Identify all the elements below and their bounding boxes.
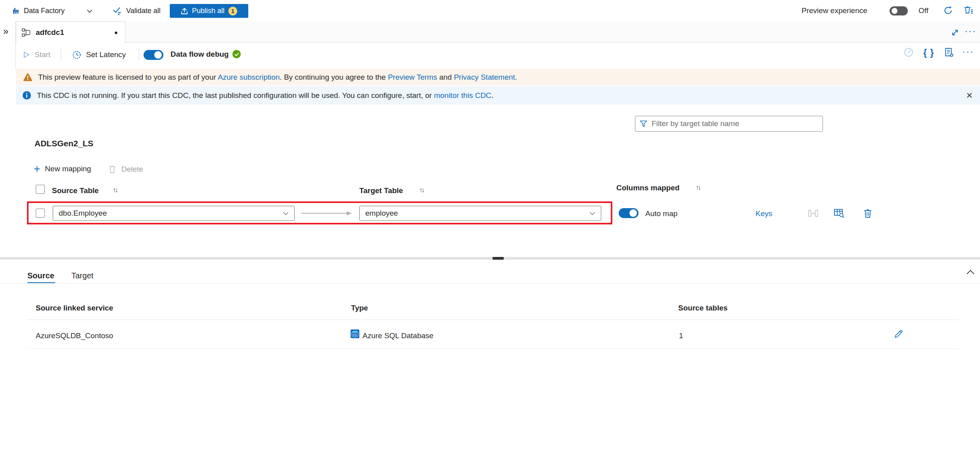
toggle-knob <box>154 51 162 59</box>
close-banner-icon[interactable]: ✕ <box>966 91 973 100</box>
col-target-table: Target Table <box>359 186 403 195</box>
source-table-value: dbo.Employee <box>59 209 107 218</box>
tab-target[interactable]: Target <box>71 271 94 280</box>
play-icon <box>23 51 30 59</box>
svg-text:SQL: SQL <box>352 333 357 337</box>
toolbar-more-actions-icon[interactable]: ··· <box>962 48 974 56</box>
edit-source-icon[interactable] <box>894 329 903 339</box>
settings-json-icon[interactable] <box>944 47 955 58</box>
col-columns-mapped: Columns mapped <box>616 184 679 192</box>
publish-all-button[interactable]: Publish all 1 <box>170 4 248 18</box>
cdc-resource-icon <box>21 28 31 37</box>
info-text-1: This CDC is not running. If you start th… <box>37 91 434 100</box>
warning-icon <box>23 73 33 82</box>
azure-subscription-link[interactable]: Azure subscription <box>218 73 280 81</box>
select-all-checkbox[interactable] <box>36 185 45 194</box>
tab-more-actions-icon[interactable]: ··· <box>965 27 976 35</box>
linked-service-name: ADLSGen2_LS <box>35 139 93 148</box>
expand-canvas-icon[interactable] <box>951 29 959 36</box>
preview-warning-banner: This preview feature is licensed to you … <box>16 69 980 85</box>
filter-target-table-box <box>635 116 823 132</box>
table-header-divider <box>27 320 960 320</box>
sort-target-table-icon[interactable]: ↑↓ <box>419 186 424 194</box>
source-tables-count-cell: 1 <box>679 331 683 340</box>
app-title: Data Factory <box>24 0 65 21</box>
debug-ready-check-icon <box>232 50 241 58</box>
preview-experience-toggle[interactable] <box>890 6 908 15</box>
target-table-select[interactable]: employee <box>359 206 601 221</box>
keys-link[interactable]: Keys <box>756 209 772 218</box>
splitter-drag-handle[interactable] <box>493 257 504 260</box>
unsaved-changes-dot: ● <box>114 29 118 36</box>
warning-text-1: This preview feature is licensed to you … <box>38 73 218 81</box>
publish-icon <box>181 8 188 15</box>
column-mapping-icon[interactable] <box>808 208 819 218</box>
set-latency-label: Set Latency <box>86 50 126 59</box>
delete-trash-icon <box>108 165 117 174</box>
validate-all-button[interactable]: Validate all <box>113 0 161 21</box>
col-source-linked-service: Source linked service <box>36 304 113 312</box>
adf-window: Data Factory Validate all Publish all 1 … <box>0 0 980 452</box>
azure-sql-database-icon: SQL <box>350 329 360 339</box>
toolbar-separator <box>139 49 139 60</box>
panel-splitter[interactable] <box>0 257 980 260</box>
sort-source-table-icon[interactable]: ↑↓ <box>113 186 117 194</box>
info-icon <box>22 91 31 100</box>
expand-sidebar-icon[interactable]: » <box>3 27 8 36</box>
filter-funnel-icon <box>639 120 648 128</box>
source-table-select[interactable]: dbo.Employee <box>53 206 295 221</box>
delete-mapping-button[interactable]: Delete <box>108 165 143 174</box>
publish-count-badge: 1 <box>228 7 237 15</box>
chevron-down-icon <box>283 212 289 215</box>
linked-service-cell: AzureSQLDB_Contoso <box>36 331 113 340</box>
data-preview-icon[interactable] <box>834 208 845 219</box>
toggle-knob <box>892 8 898 14</box>
filter-target-table-input[interactable] <box>651 119 819 128</box>
toolbar-separator <box>61 49 61 60</box>
clock-icon <box>72 50 81 59</box>
col-type: Type <box>351 304 368 312</box>
monitor-cdc-link[interactable]: monitor this CDC <box>434 91 491 100</box>
preview-experience-state: Off <box>919 6 928 15</box>
data-flow-debug-toggle[interactable] <box>144 50 163 60</box>
data-flow-debug-label: Data flow debug <box>171 50 229 59</box>
gauge-icon[interactable] <box>903 47 914 57</box>
info-text-2: . <box>491 91 493 100</box>
delete-row-icon[interactable] <box>863 208 873 218</box>
sort-columns-mapped-icon[interactable]: ↑↓ <box>696 184 700 192</box>
tabs-divider <box>0 283 980 283</box>
type-cell: Azure SQL Database <box>362 331 433 340</box>
preview-terms-link[interactable]: Preview Terms <box>388 73 437 81</box>
toggle-knob <box>629 209 637 217</box>
tab-adfcdc1[interactable]: adfcdc1 ● <box>16 21 125 43</box>
delete-label: Delete <box>121 165 143 174</box>
tab-source[interactable]: Source <box>27 271 54 280</box>
validate-check-icon <box>113 6 122 15</box>
validate-all-label: Validate all <box>126 7 161 15</box>
row-checkbox[interactable] <box>36 209 45 218</box>
target-table-value: employee <box>365 209 398 218</box>
tab-strip <box>0 21 980 42</box>
start-label: Start <box>35 50 50 59</box>
privacy-statement-link[interactable]: Privacy Statement <box>454 73 515 81</box>
discard-all-icon[interactable] <box>963 5 973 15</box>
refresh-icon[interactable] <box>943 6 953 15</box>
auto-map-toggle[interactable] <box>619 208 639 218</box>
data-factory-logo-icon <box>12 6 21 15</box>
warning-text-3: and <box>437 73 454 81</box>
preview-experience-label: Preview experience <box>802 6 867 15</box>
chevron-down-icon[interactable] <box>86 9 93 13</box>
chevron-down-icon <box>589 212 595 215</box>
collapse-panel-chevron-icon[interactable] <box>966 270 975 275</box>
new-mapping-button[interactable]: + New mapping <box>34 165 91 173</box>
code-view-icon[interactable]: { } <box>923 48 934 58</box>
tab-label: adfcdc1 <box>36 28 64 37</box>
info-text: This CDC is not running. If you start th… <box>37 91 493 100</box>
table-row-divider <box>27 349 960 349</box>
publish-all-label: Publish all <box>192 7 224 15</box>
cdc-toolbar: Start Set Latency Data flow debug { } ··… <box>16 42 980 67</box>
start-button[interactable]: Start <box>23 42 50 67</box>
set-latency-button[interactable]: Set Latency <box>72 42 126 67</box>
new-mapping-label: New mapping <box>45 165 91 173</box>
plus-icon: + <box>34 165 40 173</box>
